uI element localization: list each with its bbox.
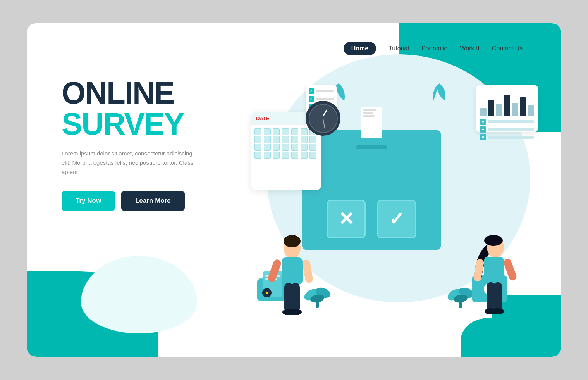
cal-cell	[282, 144, 289, 151]
chart-line-row-3: ▼	[480, 134, 534, 140]
clock-widget	[306, 101, 340, 136]
cal-cell	[291, 128, 298, 135]
cal-cell	[301, 152, 308, 159]
nav-item-workit[interactable]: Work It	[460, 45, 479, 52]
hero-content: ONLINE SURVEY Lorem ipsum dolor sit amet…	[62, 78, 232, 211]
svg-rect-3	[267, 259, 282, 283]
doc-row-1: ✓	[309, 88, 334, 94]
illustration-area: DATE	[236, 62, 538, 341]
calendar-date-label: DATE	[256, 116, 269, 121]
clock-minute-hand	[323, 118, 325, 128]
chart-line-row-2: ▼	[480, 126, 534, 133]
cal-cell	[254, 144, 261, 151]
doc-line	[316, 90, 334, 92]
x-mark-icon: ✕	[339, 210, 354, 228]
bar-3	[496, 104, 502, 117]
nav-item-contactus[interactable]: Contact Us	[492, 45, 523, 52]
ballot-paper	[361, 107, 382, 138]
bar-chart-widget: ▼ ▼ ▼	[476, 85, 538, 132]
chart-bars-area	[480, 89, 534, 116]
hero-buttons: Try Now Learn More	[62, 191, 232, 211]
bar-1	[480, 108, 487, 116]
cal-cell	[309, 152, 316, 159]
hero-description: Lorem ipsum dolor sit amet, consectetur …	[62, 149, 201, 177]
bar-7	[528, 105, 534, 116]
cal-cell	[273, 152, 280, 159]
svg-point-10	[484, 235, 503, 246]
cal-cell	[309, 144, 316, 151]
svg-rect-11	[484, 257, 504, 284]
checkbox-check: ✓	[377, 200, 416, 238]
cal-cell	[254, 136, 261, 143]
person-left-svg	[267, 229, 317, 322]
cal-cell	[301, 128, 308, 135]
svg-rect-15	[493, 282, 502, 311]
leaf-top-right-icon	[430, 81, 449, 105]
chart-line-item	[488, 120, 534, 123]
nav-item-portfolio[interactable]: Portofolio	[421, 45, 448, 52]
cal-cell	[301, 136, 308, 143]
cal-cell	[309, 136, 316, 143]
svg-point-17	[492, 308, 504, 314]
svg-rect-13	[503, 258, 518, 282]
nav-item-tutorial[interactable]: Tutorial	[389, 45, 409, 52]
cal-cell	[291, 144, 298, 151]
cal-cell	[282, 128, 289, 135]
chart-lines-area: ▼ ▼ ▼	[480, 119, 534, 140]
cal-cell	[291, 136, 298, 143]
person-right-svg	[468, 229, 519, 322]
nav-item-home[interactable]: Home	[344, 42, 376, 55]
chart-line-item	[488, 136, 534, 139]
learn-more-button[interactable]: Learn More	[121, 191, 185, 211]
bar-2	[488, 100, 495, 116]
survey-ballot-box: ✕ ✓	[302, 130, 441, 250]
hero-title-line1: ONLINE	[62, 78, 232, 109]
try-now-button[interactable]: Try Now	[62, 191, 115, 211]
cal-cell	[273, 128, 280, 135]
chart-arrow-icon: ▼	[480, 119, 486, 125]
cal-cell	[273, 144, 280, 151]
cal-cell	[273, 136, 280, 143]
check-mark-icon: ✓	[389, 210, 404, 228]
bar-6	[520, 97, 526, 116]
cal-cell	[264, 136, 271, 143]
page-wrapper: Home Tutorial Portofolio Work It Contact…	[27, 23, 561, 357]
bar-5	[512, 103, 518, 116]
cal-cell	[264, 152, 271, 159]
cal-cell	[254, 128, 261, 135]
cal-cell	[282, 152, 289, 159]
svg-point-8	[289, 309, 302, 315]
ballot-checkboxes: ✕ ✓	[313, 200, 430, 238]
svg-rect-31	[459, 295, 462, 308]
cal-cell	[264, 128, 271, 135]
clock-face	[309, 104, 338, 133]
hero-title-line2: SURVEY	[62, 109, 232, 140]
cal-cell	[291, 152, 298, 159]
cal-cell	[264, 144, 271, 151]
navigation: Home Tutorial Portofolio Work It Contact…	[344, 42, 523, 55]
doc-check-icon: ✓	[309, 88, 314, 94]
svg-point-1	[284, 235, 301, 247]
chart-line-row-1: ▼	[480, 119, 534, 125]
chart-arrow-icon: ▼	[480, 134, 486, 140]
cal-cell	[301, 144, 308, 151]
doc-check-icon: ✓	[309, 96, 314, 102]
cal-cell	[254, 152, 261, 159]
chart-line-item	[488, 128, 534, 131]
svg-rect-2	[282, 257, 303, 285]
cal-cell	[282, 136, 289, 143]
wave-decoration-left	[81, 256, 197, 333]
checkbox-x: ✕	[327, 200, 366, 238]
chart-arrow-icon: ▼	[480, 126, 486, 133]
bar-4	[504, 95, 511, 116]
svg-rect-4	[302, 259, 313, 283]
clock-hour-hand	[323, 109, 328, 116]
doc-line	[316, 98, 334, 100]
svg-rect-6	[291, 283, 300, 312]
ballot-slot	[356, 145, 387, 149]
